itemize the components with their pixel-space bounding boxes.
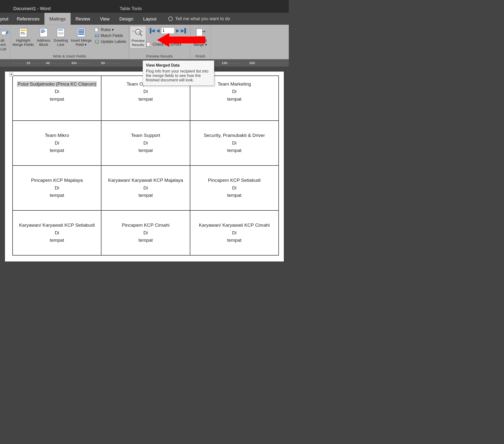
first-record-button[interactable]: ▐◀ (148, 28, 155, 33)
title-bar: Document1 - Word Table Tools (0, 0, 289, 13)
label-cell[interactable]: Pincapem KCP MajalayaDitempat (13, 166, 101, 210)
ribbon: dit ent List Highlight Merge Fields Addr… (0, 25, 289, 59)
tell-me-placeholder: Tell me what you want to do (175, 16, 230, 21)
svg-rect-11 (58, 30, 63, 30)
update-labels-button[interactable]: Update Labels (95, 39, 126, 44)
ribbon-tabs: yout References Mailings Review View Des… (0, 13, 289, 25)
rules-icon (95, 28, 99, 32)
svg-rect-22 (95, 36, 97, 37)
context-tab-label: Table Tools (120, 6, 142, 11)
match-fields-button[interactable]: Match Fields (95, 34, 126, 38)
tooltip-title: View Merged Data (146, 63, 211, 68)
insert-merge-field-button[interactable]: Insert Merge Field ▾ (70, 26, 93, 48)
svg-text:ABC: ABC (136, 31, 141, 33)
svg-rect-12 (58, 33, 63, 33)
greeting-line-icon (53, 27, 69, 38)
document-title: Document1 - Word (13, 6, 51, 11)
svg-line-28 (140, 34, 142, 36)
highlight-merge-fields-button[interactable]: Highlight Merge Fields (11, 26, 35, 48)
annotation-red-arrow (157, 32, 206, 48)
label-cell[interactable]: Pincapem KCP CimahiDitempat (101, 210, 190, 255)
svg-rect-15 (78, 29, 84, 30)
label-cell[interactable]: Karyawan/ Karyawati KCP MajalayaDitempat (101, 166, 190, 210)
tab-layout-truncated[interactable]: yout (0, 13, 12, 25)
svg-rect-8 (41, 31, 45, 32)
tab-design[interactable]: Design (115, 13, 138, 25)
svg-rect-18 (78, 34, 84, 35)
group-label-write-insert: Write & Insert Fields (11, 54, 128, 59)
svg-rect-7 (41, 30, 44, 30)
address-block-icon (36, 27, 51, 38)
label-cell[interactable]: Karyawan/ Karyawati KCP CimahiDitempat (190, 210, 279, 255)
svg-rect-9 (41, 32, 44, 33)
address-block-button[interactable]: Address Block (36, 26, 52, 48)
edit-list-icon (0, 27, 9, 38)
label-cell[interactable]: Team MikroDitempat (13, 121, 101, 166)
svg-rect-17 (78, 32, 84, 33)
preview-results-button[interactable]: « » ABC Preview Results (130, 26, 146, 48)
rules-button[interactable]: Rules ▾ (95, 27, 126, 32)
svg-rect-3 (20, 30, 26, 31)
label-cell[interactable]: Putut Sudjatmoko (Pinca KC Citarum)Ditem… (13, 76, 101, 121)
tab-review[interactable]: Review (71, 13, 95, 25)
check-errors-icon: ! (147, 42, 151, 47)
svg-rect-13 (58, 34, 63, 34)
preview-results-icon: « » ABC (131, 27, 145, 38)
tab-references[interactable]: References (12, 13, 44, 25)
document-area: · · · · · · · 20 · · · · · · · 40 · · · … (0, 59, 289, 261)
label-cell[interactable]: Team SupportDitempat (101, 121, 190, 166)
svg-rect-16 (78, 31, 84, 32)
label-cell[interactable]: Pincapem KCP SetiabudiDitempat (190, 166, 279, 210)
edit-recipient-list-button[interactable]: dit ent List (0, 26, 9, 52)
update-labels-icon (95, 39, 99, 44)
svg-text:»: » (141, 30, 143, 33)
svg-rect-1 (2, 31, 6, 31)
svg-rect-20 (95, 35, 97, 36)
svg-rect-21 (97, 35, 99, 36)
highlight-icon (12, 27, 35, 38)
svg-text:!: ! (150, 44, 150, 47)
insert-merge-field-icon (70, 27, 92, 38)
svg-marker-33 (157, 33, 205, 47)
table-move-handle[interactable]: ✥ (9, 73, 13, 76)
svg-rect-23 (97, 36, 99, 37)
lightbulb-icon (168, 17, 173, 21)
tab-layout[interactable]: Layout (138, 13, 161, 25)
match-fields-icon (95, 34, 99, 38)
document-page[interactable]: ✥ Putut Sudjatmoko (Pinca KC Citarum)Dit… (5, 72, 284, 261)
label-cell[interactable]: Karyawan/ Karyawati KCP SetiabudiDitempa… (13, 210, 101, 255)
svg-rect-4 (20, 32, 24, 33)
svg-text:«: « (133, 30, 134, 33)
tab-mailings[interactable]: Mailings (44, 13, 71, 25)
group-label-preview: Preview Results (130, 54, 189, 59)
label-cell[interactable]: Security, Pramubakti & DriverDitempat (190, 121, 279, 166)
tooltip-view-merged-data: View Merged Data Plug info from your rec… (143, 60, 214, 86)
tab-view[interactable]: View (95, 13, 115, 25)
group-label-finish: Finish (191, 54, 210, 59)
svg-rect-5 (20, 34, 25, 34)
greeting-line-button[interactable]: Greeting Line (52, 26, 69, 48)
tooltip-body: Plug info from your recipient list into … (146, 69, 211, 82)
labels-table: Putut Sudjatmoko (Pinca KC Citarum)Ditem… (12, 75, 279, 256)
tell-me-search[interactable]: Tell me what you want to do (168, 13, 230, 25)
